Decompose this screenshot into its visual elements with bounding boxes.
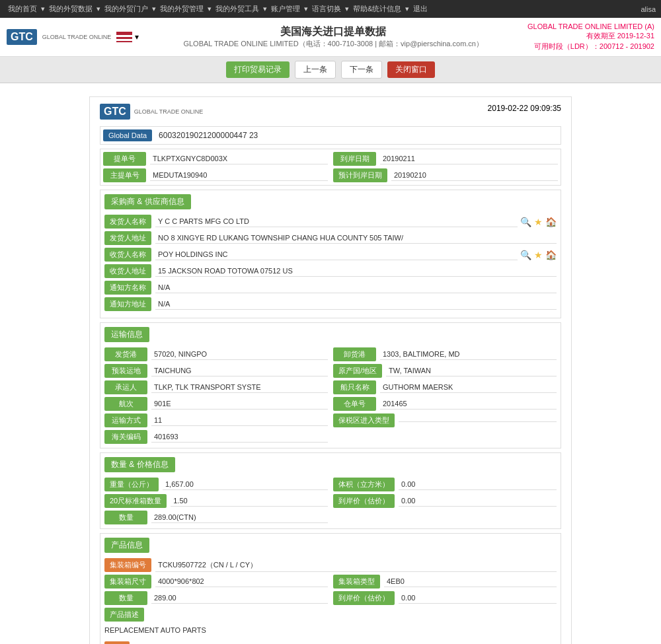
product-qty-label: 数量 — [104, 591, 147, 605]
transport-section-label: 运输信息 — [104, 327, 149, 342]
flight-value: 901E — [151, 398, 328, 410]
page-header: GTC GLOBAL TRADE ONLINE ▾ 美国海关进口提单数据 GLO… — [0, 18, 661, 57]
notify-name-value: N/A — [155, 282, 557, 293]
next-button[interactable]: 下一条 — [341, 61, 382, 79]
print-button[interactable]: 打印贸易记录 — [226, 61, 290, 78]
consignee-addr-row: 收货人地址 15 JACKSON ROAD TOTOWA 07512 US — [104, 264, 557, 278]
arrival-date-value: 20190211 — [380, 153, 558, 164]
origin-country-label: 原产国/地区 — [333, 364, 382, 378]
nav-language[interactable]: 语言切换 — [309, 3, 344, 15]
product-price-label: 到岸价（估价） — [333, 591, 395, 605]
container-type-label: 集装箱类型 — [333, 575, 380, 589]
consignee-star-icon[interactable]: ★ — [534, 250, 543, 260]
dest-port-label: 卸货港 — [333, 347, 376, 361]
product-section: 产品信息 集装箱编号 TCKU9507722（CN / L / CY） 集装箱尺… — [100, 533, 561, 644]
doc-timestamp: 2019-02-22 09:09:35 — [488, 104, 561, 113]
bonded-group: 保税区进入类型 — [333, 413, 557, 427]
product-qty-group: 数量 289.00 — [104, 591, 328, 605]
carrier-group: 承运人 TLKP, TLK TRANSPORT SYSTE — [104, 380, 328, 394]
consignee-search-icon[interactable]: 🔍 — [520, 250, 531, 260]
global-data-label: Global Data — [103, 129, 152, 141]
shipper-addr-row: 发货人地址 NO 8 XINGYE RD LUKANG TOWNSHIP CHA… — [104, 231, 557, 245]
bill-no-value: TLKPTXGNYC8D003X — [150, 153, 328, 164]
container-id-value: TCKU9507722（CN / L / CY） — [155, 559, 557, 572]
nav-help[interactable]: 帮助&统计信息 — [350, 3, 404, 15]
customs-group: 海关编码 401693 — [104, 430, 328, 444]
container-type-group: 集装箱类型 4EB0 — [333, 575, 557, 589]
qty-group: 数量 289.00(CTN) — [104, 511, 328, 524]
top-toolbar: 打印贸易记录 上一条 下一条 关闭窗口 — [0, 57, 661, 83]
customs-value: 401693 — [151, 431, 328, 443]
nav-account[interactable]: 账户管理 — [268, 3, 303, 15]
close-button[interactable]: 关闭窗口 — [387, 61, 435, 78]
transport-row3: 承运人 TLKP, TLK TRANSPORT SYSTE 船只名称 GUTHO… — [104, 380, 557, 394]
valid-until: 有效期至 2019-12-31 — [527, 31, 654, 41]
flight-group: 航次 901E — [104, 397, 328, 411]
nav-items: 我的首页▾ 我的外贸数据▾ 我的外贸门户▾ 我的外贸管理▾ 我的外贸工具▾ 账户… — [5, 3, 430, 15]
volume-group: 体积（立方米） 0.00 — [333, 478, 557, 491]
warehouse-label: 仓单号 — [333, 397, 376, 411]
shipper-search-icon[interactable]: 🔍 — [520, 217, 531, 227]
loading-place-group: 预装运地 TAICHUNG — [104, 364, 328, 378]
shipper-section: 采购商 & 供应商信息 发货人名称 Y C C PARTS MFG CO LTD… — [100, 190, 561, 318]
container-id-label: 集装箱编号 — [104, 558, 151, 572]
nav-export-mgmt[interactable]: 我的外贸管理 — [157, 3, 206, 15]
prev-button[interactable]: 上一条 — [295, 61, 336, 79]
arrival-price-group: 到岸价（估价） 0.00 — [333, 494, 557, 508]
shipper-star-icon[interactable]: ★ — [534, 217, 543, 227]
transport-mode-value: 11 — [151, 415, 328, 426]
nav-export-portal[interactable]: 我的外贸门户 — [102, 3, 151, 15]
warehouse-group: 仓单号 201465 — [333, 397, 557, 411]
title-area: 美国海关进口提单数据 GLOBAL TRADE ONLINE LIMITED（电… — [139, 25, 527, 49]
nav-trade-data[interactable]: 我的外贸数据 — [46, 3, 95, 15]
master-bill-group: 主提单号 MEDUTA190940 — [103, 168, 328, 182]
origin-port-label: 发货港 — [104, 347, 147, 361]
notify-name-label: 通知方名称 — [104, 281, 151, 295]
origin-port-group: 发货港 57020, NINGPO — [104, 347, 328, 361]
volume-label: 体积（立方米） — [333, 478, 395, 491]
nav-user: alisa — [641, 5, 656, 13]
notify-name-row: 通知方名称 N/A — [104, 281, 557, 295]
logo-area: GTC GLOBAL TRADE ONLINE ▾ — [7, 29, 139, 45]
master-bill-label: 主提单号 — [103, 168, 146, 182]
nav-export-tools[interactable]: 我的外贸工具 — [213, 3, 262, 15]
product-desc-label: 产品描述 — [104, 608, 144, 622]
weight-value: 1,657.00 — [163, 479, 328, 490]
customs-label: 海关编码 — [104, 430, 147, 444]
account-title: GLOBAL TRADE ONLINE LIMITED (A) — [527, 22, 654, 30]
warehouse-value: 201465 — [380, 398, 557, 410]
qty-section: 数量 & 价格信息 重量（公斤） 1,657.00 体积（立方米） 0.00 2… — [100, 452, 561, 529]
transport-row6: 海关编码 401693 — [104, 430, 557, 444]
origin-port-value: 57020, NINGPO — [151, 349, 328, 360]
qty-value: 289.00(CTN) — [151, 512, 328, 523]
shipper-house-icon[interactable]: 🏠 — [545, 217, 557, 227]
bonded-value — [399, 419, 557, 422]
transport-mode-label: 运输方式 — [104, 413, 147, 427]
dest-port-group: 卸货港 1303, BALTIMORE, MD — [333, 347, 557, 361]
origin-country-value: TW, TAIWAN — [386, 365, 557, 376]
product-qty-row: 数量 289.00 到岸价（估价） 0.00 — [104, 591, 557, 605]
main-content: GTC GLOBAL TRADE ONLINE 2019-02-22 09:09… — [0, 83, 661, 644]
product-section-label: 产品信息 — [104, 538, 149, 553]
product-price-value: 0.00 — [399, 592, 557, 604]
doc-header: GTC GLOBAL TRADE ONLINE 2019-02-22 09:09… — [100, 104, 561, 120]
top-navigation: 我的首页▾ 我的外贸数据▾ 我的外贸门户▾ 我的外贸管理▾ 我的外贸工具▾ 账户… — [0, 0, 661, 18]
vessel-label: 船只名称 — [333, 380, 376, 394]
bill-no-group: 提单号 TLKPTXGNYC8D003X — [103, 152, 328, 166]
flag-area: ▾ — [116, 32, 139, 42]
consignee-house-icon[interactable]: 🏠 — [545, 250, 557, 260]
nav-logout[interactable]: 退出 — [410, 3, 430, 15]
mark-label: 唛头 — [104, 641, 130, 644]
qty-filler — [333, 511, 557, 524]
flight-label: 航次 — [104, 397, 147, 411]
shipper-name-label: 发货人名称 — [104, 215, 151, 229]
product-qty-value: 289.00 — [151, 592, 328, 604]
qty-section-label: 数量 & 价格信息 — [104, 457, 175, 472]
container20-group: 20尺标准箱数量 1.50 — [104, 494, 328, 508]
qty-row3: 数量 289.00(CTN) — [104, 511, 557, 524]
transport-section: 运输信息 发货港 57020, NINGPO 卸货港 1303, BALTIMO… — [100, 322, 561, 448]
nav-home[interactable]: 我的首页 — [5, 3, 40, 15]
vessel-value: GUTHORM MAERSK — [380, 382, 557, 393]
global-data-row: Global Data 60032019021200000447 23 — [100, 126, 561, 145]
transport-row2: 预装运地 TAICHUNG 原产国/地区 TW, TAIWAN — [104, 364, 557, 378]
